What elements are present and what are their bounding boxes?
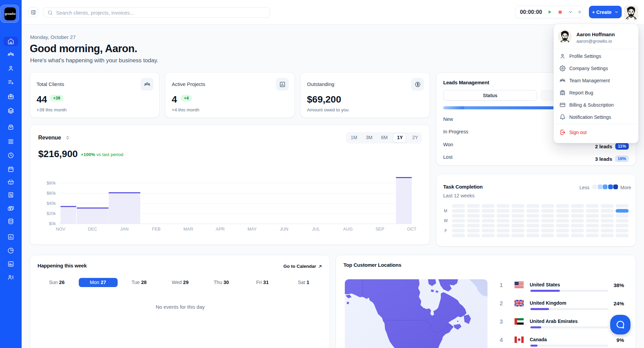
svg-text:NOV: NOV <box>56 226 66 232</box>
svg-text:OCT: OCT <box>407 226 416 232</box>
svg-text:AUG: AUG <box>343 226 353 232</box>
svg-text:$20k: $20k <box>47 211 56 216</box>
svg-text:$40k: $40k <box>47 201 56 206</box>
svg-text:JUN: JUN <box>280 226 288 232</box>
svg-text:FEB: FEB <box>152 226 161 232</box>
svg-text:$80k: $80k <box>47 181 56 186</box>
svg-text:APR: APR <box>216 226 225 232</box>
svg-text:DEC: DEC <box>88 226 97 232</box>
svg-text:JAN: JAN <box>120 226 129 232</box>
svg-text:MAR: MAR <box>183 226 193 232</box>
svg-text:MAY: MAY <box>247 226 257 232</box>
svg-text:SEP: SEP <box>376 226 384 232</box>
svg-text:$60k: $60k <box>47 191 56 196</box>
svg-text:JUL: JUL <box>312 226 320 232</box>
svg-text:$0k: $0k <box>49 221 56 226</box>
